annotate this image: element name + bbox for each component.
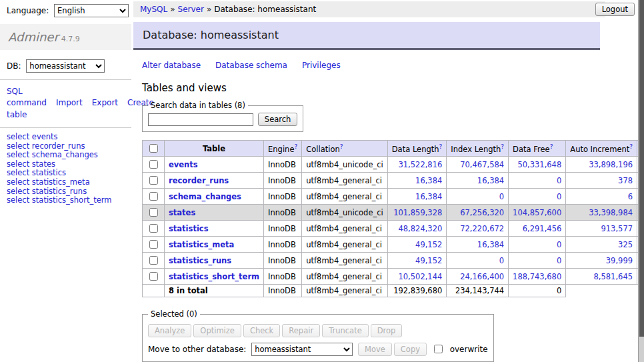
sidebar-item-statistics_runs: select statistics_runs	[7, 187, 125, 197]
row-checkbox[interactable]	[149, 160, 158, 169]
check-button[interactable]: Check	[243, 324, 280, 337]
table-link[interactable]: recorder_runs	[32, 141, 85, 151]
db-select[interactable]: homeassistant	[26, 59, 105, 73]
select-link[interactable]: select	[7, 168, 29, 177]
table-name-cell: schema_changes	[165, 189, 264, 205]
table-link[interactable]: statistics	[32, 168, 66, 177]
table-row: statistics_runsInnoDButf8mb4_general_ci4…	[143, 253, 644, 269]
table-link[interactable]: events	[32, 132, 58, 141]
data-free-cell: 0	[509, 253, 566, 269]
truncate-button[interactable]: Truncate	[322, 324, 369, 337]
row-checkbox[interactable]	[149, 272, 158, 281]
overwrite-label[interactable]: overwrite	[450, 345, 488, 354]
row-checkbox[interactable]	[149, 176, 158, 185]
table-link[interactable]: statistics_runs	[32, 187, 87, 196]
db-action-link[interactable]: Database schema	[215, 61, 287, 70]
data-length-cell: 101,859,328	[387, 205, 447, 221]
optimize-button[interactable]: Optimize	[193, 324, 241, 337]
breadcrumb-link[interactable]: MySQL	[140, 5, 167, 14]
engine-cell: InnoDB	[264, 269, 302, 285]
select-link[interactable]: select	[7, 132, 29, 141]
select-link[interactable]: select	[7, 159, 29, 169]
drop-button[interactable]: Drop	[371, 324, 403, 337]
table-link[interactable]: states	[32, 159, 55, 169]
auto-increment-cell: 8,581,645	[566, 269, 637, 285]
help-icon[interactable]: ?	[340, 143, 343, 150]
select-link[interactable]: select	[7, 177, 29, 187]
table-name-cell: statistics_meta	[165, 237, 264, 253]
vertical-scrollbar[interactable]	[638, 0, 644, 362]
table-name-link[interactable]: statistics_runs	[169, 256, 231, 265]
adminer-app: Language: English Adminer4.7.9 DB: homea…	[0, 0, 644, 362]
index-length-cell: 16,384	[447, 173, 509, 189]
table-name-link[interactable]: schema_changes	[169, 192, 241, 201]
help-icon[interactable]: ?	[439, 143, 443, 150]
engine-cell: InnoDB	[264, 221, 302, 237]
move-label: Move to other database:	[148, 345, 246, 354]
table-name-link[interactable]: statistics_meta	[169, 240, 234, 249]
row-checkbox[interactable]	[149, 256, 158, 265]
sidebar-action-link[interactable]: SQL command	[7, 87, 47, 107]
selected-buttons: AnalyzeOptimizeCheckRepairTruncateDrop	[148, 324, 488, 337]
table-name-link[interactable]: statistics_short_term	[169, 272, 259, 281]
copy-button[interactable]: Copy	[394, 343, 427, 356]
table-link[interactable]: statistics_short_term	[32, 195, 112, 205]
data-length-cell: 16,384	[387, 173, 447, 189]
help-icon[interactable]: ?	[550, 143, 553, 150]
repair-button[interactable]: Repair	[282, 324, 320, 337]
analyze-button[interactable]: Analyze	[148, 324, 191, 337]
search-button[interactable]: Search	[258, 113, 298, 126]
page-title: Database: homeassistant	[143, 29, 591, 41]
table-name-link[interactable]: recorder_runs	[169, 176, 229, 185]
select-link[interactable]: select	[7, 187, 29, 196]
select-link[interactable]: select	[7, 150, 29, 159]
move-button[interactable]: Move	[358, 343, 392, 356]
breadcrumb-separator: »	[207, 5, 211, 14]
index-length-cell: 0	[447, 253, 509, 269]
row-checkbox[interactable]	[149, 224, 158, 233]
move-db-select[interactable]: homeassistant	[251, 343, 353, 356]
row-checkbox-cell	[143, 157, 165, 173]
selected-fieldset: Selected (0) AnalyzeOptimizeCheckRepairT…	[142, 309, 494, 362]
help-icon[interactable]: ?	[629, 143, 633, 150]
data-free-cell: 0	[509, 189, 566, 205]
index-length-cell: 24,166,400	[447, 269, 509, 285]
sidebar-action-link[interactable]: Export	[92, 98, 118, 107]
search-input[interactable]	[148, 113, 253, 126]
select-link[interactable]: select	[7, 195, 29, 205]
row-checkbox-cell	[143, 269, 165, 285]
data-length-cell: 48,824,320	[387, 221, 447, 237]
breadcrumb-link[interactable]: Server	[178, 5, 204, 14]
engine-cell: InnoDB	[264, 253, 302, 269]
brand-version: 4.7.9	[61, 35, 80, 43]
table-name-cell: states	[165, 205, 264, 221]
help-icon[interactable]: ?	[294, 143, 297, 150]
scrollbar-thumb[interactable]	[639, 0, 644, 337]
data-free-cell: 50,331,648	[509, 157, 566, 173]
table-name-link[interactable]: events	[169, 160, 198, 169]
table-name-link[interactable]: states	[169, 208, 195, 217]
table-name-link[interactable]: statistics	[169, 224, 209, 233]
row-checkbox[interactable]	[149, 192, 158, 201]
select-all-checkbox[interactable]	[149, 144, 158, 153]
sidebar-action-link[interactable]: Import	[56, 98, 83, 107]
total-index-length-cell: 234,143,744	[447, 285, 509, 297]
table-link[interactable]: statistics_meta	[32, 177, 90, 187]
table-link[interactable]: schema_changes	[32, 150, 98, 159]
search-fieldset: Search data in tables (8) Search	[142, 101, 303, 132]
total-data-length-cell: 192,839,680	[387, 285, 447, 297]
logout-button[interactable]: Logout	[595, 3, 635, 16]
help-icon[interactable]: ?	[501, 143, 504, 150]
breadcrumb-separator: »	[170, 5, 175, 14]
sidebar-table-list: select eventsselect recorder_runsselect …	[0, 133, 131, 205]
data-length-cell: 16,384	[387, 189, 447, 205]
db-action-link[interactable]: Privileges	[302, 61, 341, 70]
row-checkbox[interactable]	[149, 208, 158, 217]
select-link[interactable]: select	[7, 141, 29, 151]
overwrite-checkbox[interactable]	[434, 345, 443, 353]
language-select[interactable]: English	[54, 4, 129, 17]
db-action-link[interactable]: Alter database	[142, 61, 201, 70]
sidebar: Language: English Adminer4.7.9 DB: homea…	[0, 0, 131, 362]
brand-name: Adminer	[8, 30, 59, 44]
row-checkbox[interactable]	[149, 240, 158, 249]
